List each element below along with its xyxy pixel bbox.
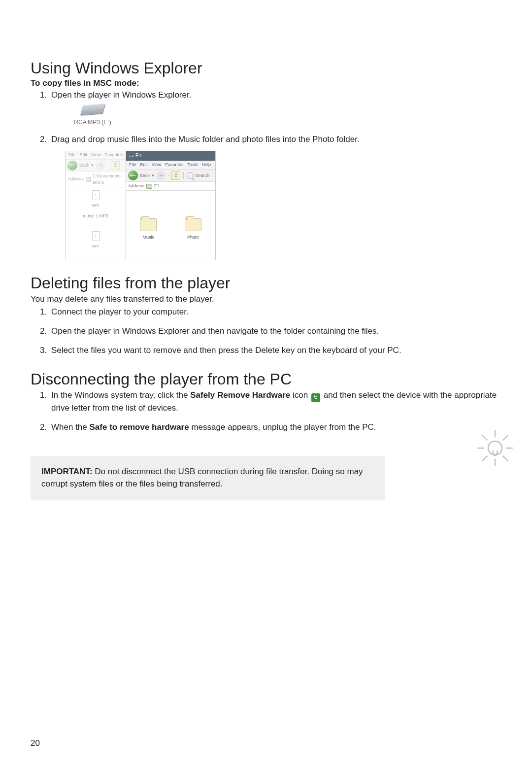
drive-small-icon: ▭ xyxy=(129,152,133,160)
subheading-msc-mode: To copy files in MSC mode: xyxy=(31,78,501,88)
drive-label: RCA MP3 (E:) xyxy=(74,118,111,127)
tip-sun-icon xyxy=(476,429,514,467)
dropdown-arrow-icon: ▾ xyxy=(152,173,154,179)
mp3-tag: MP3 xyxy=(92,203,99,208)
text-fragment: message appears, unplug the player from … xyxy=(189,422,376,432)
menu-favorites: Favorites xyxy=(165,162,183,168)
folder-icon xyxy=(185,218,201,231)
folder-icon xyxy=(140,218,157,231)
important-label: IMPORTANT: xyxy=(41,467,93,476)
forward-icon: ➔ xyxy=(156,171,166,180)
content-area: MP3 music 1.MP3 MP3 xyxy=(66,187,126,260)
removable-drive-icon xyxy=(80,104,105,115)
svg-line-6 xyxy=(503,456,508,461)
important-box: IMPORTANT: Do not disconnect the USB con… xyxy=(31,456,385,500)
toolbar: ⟵ Back ▾ ➔ · ↥ Search xyxy=(126,170,215,182)
menu-file: File xyxy=(68,152,76,158)
bold-safely-remove-hardware: Safely Remove Hardware xyxy=(190,390,290,400)
explorer-figure: File Edit View Favorites ⟵ Back ▾ ➔ · ↥ xyxy=(65,151,216,260)
svg-line-8 xyxy=(503,435,508,440)
folder-music: Music xyxy=(140,218,157,241)
svg-point-0 xyxy=(488,441,502,455)
step-connect: Connect the player to your computer. xyxy=(49,306,501,318)
safely-remove-hardware-icon: ↯ xyxy=(311,393,320,402)
text-fragment: icon xyxy=(290,390,310,400)
heading-using-explorer: Using Windows Explorer xyxy=(31,59,501,77)
up-folder-icon: ↥ xyxy=(171,171,180,180)
mp3-file-icon: MP3 xyxy=(89,190,102,208)
up-folder-icon: ↥ xyxy=(111,161,120,170)
text-fragment: When the xyxy=(51,422,90,432)
dropdown-arrow-icon: ▾ xyxy=(91,162,94,169)
menu-view: View xyxy=(91,152,100,158)
intro-deleting: You may delete any files transferred to … xyxy=(31,293,501,306)
menu-file: File xyxy=(129,162,136,168)
menu-help: Help xyxy=(201,162,211,168)
drive-figure: RCA MP3 (E:) xyxy=(72,104,113,127)
file-label: music 1.MP3 xyxy=(83,213,108,219)
forward-icon: ➔ xyxy=(96,161,105,171)
back-label: Back xyxy=(79,162,89,169)
menubar: File Edit View Favorites Tools Help xyxy=(126,161,215,170)
folder-label: Music xyxy=(142,234,154,241)
step-text: Drag and drop music files into the Music… xyxy=(51,135,360,144)
menu-favorites: Favorites xyxy=(104,152,123,158)
address-value: C:\Documents and S xyxy=(93,173,124,186)
menu-view: View xyxy=(152,162,161,168)
search-icon xyxy=(187,172,194,179)
dash: · xyxy=(107,162,109,169)
menu-tools: Tools xyxy=(187,162,198,168)
step-navigate: Open the player in Windows Explorer and … xyxy=(49,325,501,338)
step-safely-remove: In the Windows system tray, click the Sa… xyxy=(49,389,501,415)
heading-disconnecting: Disconnecting the player from the PC xyxy=(31,370,501,388)
step-drag-drop: Drag and drop music files into the Music… xyxy=(49,134,501,260)
address-bar: Address C:\Documents and S xyxy=(66,172,126,187)
content-area: Music Photo xyxy=(126,191,215,259)
mp3-file-icon: MP3 xyxy=(89,231,102,249)
title-bar: ▭ F:\ xyxy=(126,151,215,161)
step-unplug: When the Safe to remove hardware message… xyxy=(49,421,501,434)
menubar: File Edit View Favorites xyxy=(66,151,126,160)
svg-line-7 xyxy=(482,456,487,461)
explorer-left-pane: File Edit View Favorites ⟵ Back ▾ ➔ · ↥ xyxy=(66,151,126,260)
svg-line-5 xyxy=(482,435,487,440)
heading-deleting-files: Deleting files from the player xyxy=(31,274,501,292)
address-label: Address xyxy=(67,176,84,182)
window-title: F:\ xyxy=(135,152,141,160)
back-label: Back xyxy=(140,173,150,179)
step-text: Open the player in Windows Explorer. xyxy=(51,90,191,100)
back-icon: ⟵ xyxy=(67,161,77,171)
step-open-player: Open the player in Windows Explorer. RCA… xyxy=(49,89,501,127)
folder-label: Photo xyxy=(187,234,199,241)
text-fragment: In the Windows system tray, click the xyxy=(51,390,190,400)
folder-photo: Photo xyxy=(185,218,201,241)
note-icon xyxy=(89,231,102,244)
address-value: F:\ xyxy=(154,183,160,189)
toolbar: ⟵ Back ▾ ➔ · ↥ xyxy=(66,160,126,172)
address-folder-icon xyxy=(86,177,91,182)
back-icon: ⟵ xyxy=(128,171,138,180)
bold-safe-to-remove: Safe to remove hardware xyxy=(90,422,189,432)
separator xyxy=(183,172,184,179)
page-number: 20 xyxy=(31,738,40,748)
dash: · xyxy=(168,173,169,179)
address-drive-icon xyxy=(146,184,152,189)
mp3-tag: MP3 xyxy=(92,244,99,249)
note-icon xyxy=(89,190,102,203)
address-bar: Address F:\ xyxy=(126,182,215,191)
menu-edit: Edit xyxy=(140,162,148,168)
search-label: Search xyxy=(196,173,210,179)
step-delete: Select the files you want to remove and … xyxy=(49,345,501,357)
menu-edit: Edit xyxy=(80,152,88,158)
address-label: Address xyxy=(128,183,144,189)
explorer-right-pane: ▭ F:\ File Edit View Favorites Tools Hel… xyxy=(126,151,215,260)
